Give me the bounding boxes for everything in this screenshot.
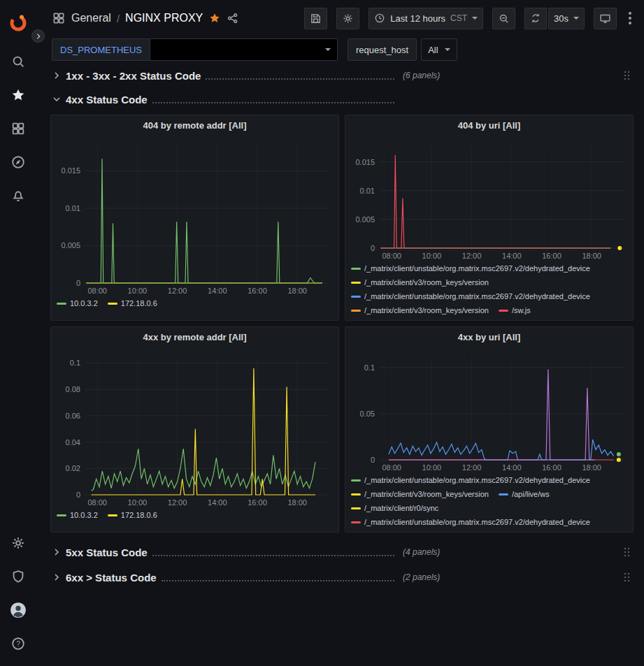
search-icon[interactable] (4, 45, 32, 78)
datasource-value-select[interactable] (150, 38, 338, 61)
zoom-out-button[interactable] (492, 8, 515, 29)
legend-item[interactable]: /_matrix/client/unstable/org.matrix.msc2… (351, 475, 590, 486)
svg-text:0.005: 0.005 (61, 241, 80, 249)
refresh-icon (530, 13, 541, 24)
gear-icon (342, 13, 354, 24)
timeseries-chart-4xx-uri[interactable]: 00.050.108:0010:0012:0014:0016:0018:00 (348, 349, 631, 472)
legend-item[interactable]: /sw.js (499, 305, 531, 316)
row-dotted-filler (152, 555, 394, 556)
time-range-picker[interactable]: Last 12 hours CST (368, 8, 483, 29)
chevron-down-icon (472, 17, 478, 20)
panels-grid: 404 by remote addr [All] 00.0050.010.015… (50, 115, 634, 533)
legend-item[interactable]: /_matrix/client/unstable/org.matrix.msc2… (351, 291, 590, 302)
legend-item[interactable]: /_matrix/client/unstable/org.matrix.msc2… (351, 263, 590, 274)
svg-text:16:00: 16:00 (542, 252, 561, 260)
panel-title[interactable]: 404 by remote addr [All] (51, 115, 338, 135)
svg-text:0.005: 0.005 (355, 215, 375, 224)
explore-compass-icon[interactable] (4, 145, 32, 179)
row-header-6xx[interactable]: 6xx > Status Code (2 panels) (50, 567, 634, 587)
series-label: /_matrix/client/unstable/org.matrix.msc2… (364, 475, 590, 486)
legend-item[interactable]: /_matrix/client/v3/room_keys/version (351, 305, 489, 316)
svg-text:16:00: 16:00 (248, 498, 267, 507)
share-icon[interactable] (227, 12, 239, 24)
svg-text:0: 0 (76, 491, 80, 499)
refresh-interval-value: 30s (554, 13, 568, 24)
svg-text:12:00: 12:00 (168, 498, 187, 507)
timeseries-chart-4xx-remote-addr[interactable]: 00.020.040.060.080.108:0010:0012:0014:00… (53, 349, 336, 507)
chevron-down-icon (573, 17, 579, 20)
alerting-bell-icon[interactable] (4, 179, 32, 212)
row-panel-count: (4 panels) (403, 547, 440, 557)
refresh-button[interactable] (524, 8, 547, 29)
legend-item[interactable]: 172.18.0.6 (108, 510, 157, 521)
request-host-value-select[interactable]: All (421, 38, 457, 61)
legend-item[interactable]: /_matrix/client/v3/room_keys/version (351, 489, 489, 500)
series-label: 10.0.3.2 (70, 298, 98, 309)
svg-text:14:00: 14:00 (208, 287, 227, 295)
legend-item[interactable]: /_matrix/client/unstable/org.matrix.msc2… (351, 517, 590, 528)
datasource-variable-label[interactable]: DS_PROMETHEUS (52, 38, 150, 61)
timeseries-chart-404-remote-addr[interactable]: 00.0050.010.01508:0010:0012:0014:0016:00… (53, 138, 336, 296)
row-header-4xx[interactable]: 4xx Status Code (50, 89, 634, 109)
series-label: /_matrix/client/unstable/org.matrix.msc2… (364, 263, 590, 274)
row-drag-handle[interactable] (624, 71, 630, 81)
legend-item[interactable]: /_matrix/client/r0/sync (351, 503, 438, 514)
legend-item[interactable]: /api/live/ws (499, 489, 550, 500)
svg-text:08:00: 08:00 (87, 287, 107, 295)
user-avatar[interactable] (4, 593, 32, 627)
sidebar-expand-toggle[interactable] (31, 29, 45, 43)
panel-404-by-uri: 404 by uri [All] 00.0050.010.01508:0010:… (345, 115, 634, 321)
favorite-star-icon[interactable] (208, 12, 221, 24)
svg-text:08:00: 08:00 (87, 498, 107, 507)
breadcrumb-section[interactable]: General (71, 12, 111, 24)
dashboard-settings-button[interactable] (336, 8, 359, 29)
panel-legend: /_matrix/client/unstable/org.matrix.msc2… (345, 472, 633, 532)
server-admin-shield-icon[interactable] (4, 560, 32, 593)
configuration-gear-icon[interactable] (4, 526, 32, 560)
svg-text:14:00: 14:00 (208, 498, 227, 507)
chevron-down-icon (445, 48, 450, 51)
dashboard-title[interactable]: NGINX PROXY (125, 12, 203, 24)
save-icon (310, 13, 322, 24)
series-label: /_matrix/client/unstable/org.matrix.msc2… (364, 291, 590, 302)
panel-legend: 10.0.3.2172.18.0.6 (51, 507, 338, 525)
row-drag-handle[interactable] (624, 572, 630, 583)
svg-text:08:00: 08:00 (382, 463, 401, 472)
save-dashboard-button[interactable] (304, 8, 327, 29)
series-color-swatch (351, 282, 361, 284)
row-drag-handle[interactable] (624, 547, 630, 558)
dashboards-icon[interactable] (4, 112, 32, 145)
refresh-interval-dropdown[interactable]: 30s (548, 8, 585, 29)
time-range-label: Last 12 hours (390, 13, 445, 24)
panel-title[interactable]: 4xx by remote addr [All] (51, 327, 338, 347)
svg-text:14:00: 14:00 (502, 252, 522, 260)
request-host-variable-label[interactable]: request_host (348, 38, 417, 61)
legend-item[interactable]: 172.18.0.6 (108, 298, 157, 309)
svg-text:12:00: 12:00 (462, 252, 482, 260)
timeseries-chart-404-uri[interactable]: 00.0050.010.01508:0010:0012:0014:0016:00… (348, 138, 631, 261)
panel-title[interactable]: 404 by uri [All] (345, 115, 633, 135)
panel-legend: /_matrix/client/unstable/org.matrix.msc2… (345, 261, 633, 320)
legend-item[interactable]: /_matrix/client/v3/room_keys/version (351, 277, 489, 288)
row-title: 6xx > Status Code (66, 572, 157, 584)
legend-item[interactable]: 10.0.3.2 (57, 298, 98, 309)
panel-title[interactable]: 4xx by uri [All] (345, 327, 633, 347)
svg-text:0.08: 0.08 (66, 385, 80, 393)
help-icon[interactable]: ? (4, 627, 32, 660)
starred-icon[interactable] (4, 78, 32, 112)
panel-404-by-remote-addr: 404 by remote addr [All] 00.0050.010.015… (50, 115, 339, 321)
legend-item[interactable]: 10.0.3.2 (57, 510, 98, 521)
row-header-5xx[interactable]: 5xx Status Code (4 panels) (50, 542, 634, 562)
grafana-logo[interactable] (4, 8, 32, 36)
tv-mode-button[interactable] (594, 8, 617, 29)
svg-text:14:00: 14:00 (502, 463, 522, 472)
series-color-swatch (108, 514, 117, 516)
series-color-swatch (351, 493, 361, 495)
row-header-1xx-3xx-2xx[interactable]: 1xx - 3xx - 2xx Status Code (6 panels) (50, 66, 634, 85)
row-title: 4xx Status Code (66, 94, 148, 106)
more-options-kebab-menu[interactable] (626, 9, 634, 27)
series-color-swatch (108, 303, 117, 305)
request-host-value: All (428, 45, 438, 55)
series-label: /_matrix/client/v3/room_keys/version (364, 489, 489, 500)
series-label: 172.18.0.6 (121, 510, 157, 521)
